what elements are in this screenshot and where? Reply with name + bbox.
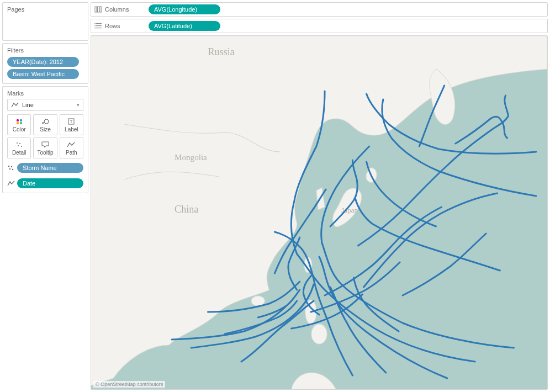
color-icon xyxy=(15,118,24,125)
svg-point-13 xyxy=(11,166,12,167)
mark-label-label: Label xyxy=(65,126,78,133)
svg-point-29 xyxy=(251,296,265,306)
path-icon xyxy=(67,141,76,149)
filter-pill-basin[interactable]: Basin: West Pacific xyxy=(7,69,79,79)
map-svg: Russia Mongolia China Japan xyxy=(91,36,547,389)
svg-point-15 xyxy=(12,169,13,170)
svg-point-9 xyxy=(19,143,20,144)
tooltip-icon xyxy=(41,141,50,149)
map-label-china: China xyxy=(174,204,198,215)
mark-assigned-path[interactable]: Date xyxy=(7,177,83,189)
marks-card: Marks Line ▾ Color Size T xyxy=(2,86,88,193)
svg-point-3 xyxy=(19,121,22,124)
assigned-pill-stormname[interactable]: Storm Name xyxy=(17,163,83,173)
rows-pill[interactable]: AVG(Latitude) xyxy=(149,21,220,31)
detail-icon xyxy=(15,141,24,149)
map-label-mongolia: Mongolia xyxy=(174,153,207,162)
mark-color-button[interactable]: Color xyxy=(7,114,31,135)
filters-card: Filters YEAR(Date): 2012 Basin: West Pac… xyxy=(2,43,88,84)
mark-detail-button[interactable]: Detail xyxy=(7,137,31,158)
svg-point-23 xyxy=(94,25,96,27)
svg-point-10 xyxy=(18,145,19,146)
rows-shelf[interactable]: Rows AVG(Latitude) xyxy=(91,19,548,33)
mark-label-button[interactable]: T Label xyxy=(60,114,83,135)
mark-type-label: Line xyxy=(22,102,34,108)
svg-point-1 xyxy=(19,119,22,121)
columns-pill[interactable]: AVG(Longitude) xyxy=(149,4,220,14)
chevron-down-icon: ▾ xyxy=(77,102,80,108)
svg-point-2 xyxy=(16,121,18,124)
svg-point-4 xyxy=(42,122,44,124)
columns-shelf[interactable]: Columns AVG(Longitude) xyxy=(91,2,548,17)
pages-card: Pages xyxy=(2,2,88,41)
rows-label: Rows xyxy=(105,23,120,29)
mark-assigned-detail[interactable]: Storm Name xyxy=(7,162,83,174)
columns-icon xyxy=(94,6,102,13)
svg-point-5 xyxy=(44,119,49,124)
assigned-pill-date[interactable]: Date xyxy=(17,178,83,188)
mark-size-button[interactable]: Size xyxy=(33,114,57,135)
columns-label: Columns xyxy=(105,6,129,13)
svg-point-22 xyxy=(94,23,96,24)
path-icon xyxy=(7,179,15,187)
svg-point-28 xyxy=(311,324,327,344)
filters-title: Filters xyxy=(7,47,83,54)
marks-title: Marks xyxy=(7,90,83,97)
svg-text:T: T xyxy=(70,119,73,124)
detail-icon xyxy=(7,164,15,172)
svg-rect-19 xyxy=(96,23,102,24)
svg-point-0 xyxy=(16,119,18,121)
svg-point-8 xyxy=(17,142,18,144)
pages-title: Pages xyxy=(7,6,83,13)
size-icon xyxy=(41,118,50,125)
mark-path-button[interactable]: Path xyxy=(60,137,83,158)
svg-rect-17 xyxy=(98,7,99,12)
mark-tooltip-button[interactable]: Tooltip xyxy=(33,137,57,158)
svg-point-14 xyxy=(9,168,10,169)
svg-rect-21 xyxy=(96,28,102,28)
label-icon: T xyxy=(67,118,76,125)
svg-rect-20 xyxy=(96,25,102,26)
svg-point-24 xyxy=(94,28,96,29)
svg-rect-18 xyxy=(100,7,102,12)
map-attribution: © OpenStreetMap contributors xyxy=(93,381,165,388)
mark-size-label: Size xyxy=(40,126,50,133)
mark-path-label: Path xyxy=(66,150,77,156)
mark-detail-label: Detail xyxy=(12,150,27,156)
line-icon xyxy=(11,102,19,108)
map-view[interactable]: Russia Mongolia China Japan xyxy=(91,35,548,390)
mark-tooltip-label: Tooltip xyxy=(38,150,54,156)
filter-pill-year[interactable]: YEAR(Date): 2012 xyxy=(7,57,79,67)
mark-color-label: Color xyxy=(13,126,26,133)
map-label-russia: Russia xyxy=(208,46,235,57)
svg-point-11 xyxy=(21,146,22,147)
rows-icon xyxy=(94,23,102,29)
svg-rect-16 xyxy=(95,7,97,12)
mark-type-dropdown[interactable]: Line ▾ xyxy=(7,99,83,111)
svg-point-12 xyxy=(8,166,9,167)
